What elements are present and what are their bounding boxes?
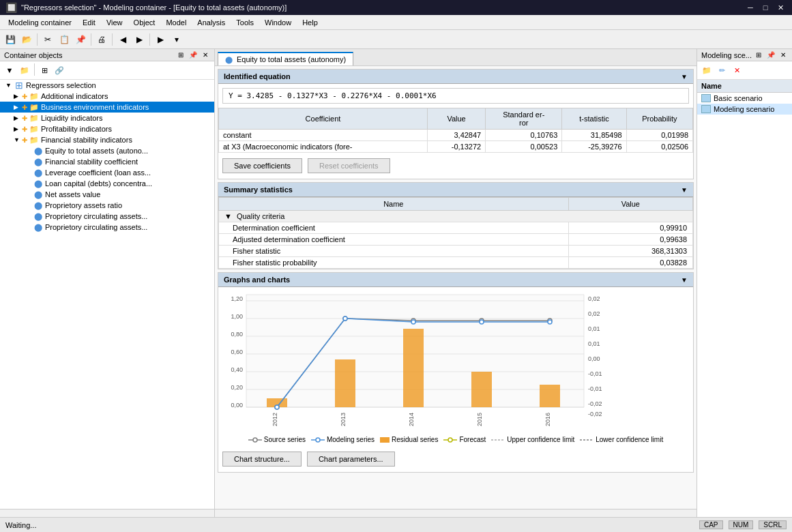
- coeff-name-1: constant: [219, 130, 428, 141]
- tree-profitability-indicators[interactable]: ▶ ✚ 📁 Profitability indicators: [0, 123, 214, 134]
- tree-prop-assets[interactable]: ⬤ Proprietory assets ratio: [0, 200, 214, 211]
- equation-table-wrapper[interactable]: Coefficient Value Standard er-ror t-stat…: [218, 108, 693, 153]
- tree-financial-stability[interactable]: ▼ ✚ 📁 Financial stability indicators: [0, 134, 214, 145]
- rp-folder-btn[interactable]: 📁: [700, 63, 714, 77]
- loan-label: Loan capital (debts) concentra...: [45, 179, 152, 188]
- tree-additional-indicators[interactable]: ▶ ✚ 📁 Additional indicators: [0, 91, 214, 102]
- left-panel-pin-btn[interactable]: 📌: [187, 50, 199, 59]
- toolbar-forward-btn[interactable]: ▶: [132, 32, 147, 47]
- rp-delete-btn[interactable]: ✕: [730, 63, 744, 77]
- toolbar-back-btn[interactable]: ◀: [115, 32, 130, 47]
- toolbar-print-btn[interactable]: 🖨: [94, 32, 109, 47]
- stats-table-wrapper[interactable]: Name Value ▼ Quality criteria: [218, 197, 693, 269]
- col-stderr: Standard er-ror: [486, 108, 562, 130]
- rp-close-btn[interactable]: ✕: [778, 50, 788, 59]
- stats-col-value: Value: [568, 198, 692, 211]
- left-toolbar-sep: [34, 63, 35, 76]
- coeff-val-1: 3,42847: [427, 130, 485, 141]
- legend-source: Source series: [248, 436, 306, 443]
- left-panel-close-btn[interactable]: ✕: [201, 50, 210, 59]
- close-button[interactable]: ✕: [774, 1, 787, 14]
- menu-object[interactable]: Object: [128, 17, 161, 28]
- toolbar-sep1: [37, 33, 38, 46]
- folder-business-icon: 📁: [29, 102, 40, 112]
- toolbar-save-btn[interactable]: 💾: [3, 32, 18, 47]
- tree-net-assets[interactable]: ⬤ Net assets value: [0, 189, 214, 200]
- tree-expand-root[interactable]: ▼: [5, 82, 14, 89]
- minimize-button[interactable]: ─: [744, 1, 757, 14]
- prop-assets-label: Proprietory assets ratio: [45, 201, 122, 209]
- tree-business-indicators[interactable]: ▶ ✚ 📁 Business environment indicators: [0, 102, 214, 113]
- filter-btn[interactable]: ▼: [3, 63, 16, 77]
- scenario-basic[interactable]: Basic scenario: [697, 93, 792, 104]
- tree-root[interactable]: ▼ ⊞ Regressors selection: [0, 80, 214, 91]
- plus-icon-financial: ✚: [22, 136, 27, 144]
- rp-pin-btn[interactable]: 📌: [765, 50, 777, 59]
- folder-btn[interactable]: 📁: [18, 63, 31, 77]
- menu-view[interactable]: View: [101, 17, 128, 28]
- menu-modeling-container[interactable]: Modeling container: [3, 17, 77, 28]
- toolbar-dropdown-btn[interactable]: ▾: [169, 32, 184, 47]
- stats-toggle[interactable]: ▼: [681, 186, 688, 194]
- tree-liquidity-indicators[interactable]: ▶ ✚ 📁 Liquidity indicators: [0, 113, 214, 123]
- right-panel-title: Modeling sce...: [701, 51, 752, 59]
- left-panel-float-btn[interactable]: ⊞: [176, 50, 186, 59]
- menu-help[interactable]: Help: [297, 17, 323, 28]
- tree-financial-stab-coeff[interactable]: ⬤ Financial stability coefficient: [0, 156, 214, 167]
- menu-edit[interactable]: Edit: [77, 17, 101, 28]
- table-row: Determination coefficient 0,99910: [219, 222, 693, 234]
- chart-btn-bar: Chart structure... Chart parameters...: [218, 446, 693, 472]
- tree-loan-capital[interactable]: ⬤ Loan capital (debts) concentra...: [0, 178, 214, 189]
- save-coefficients-btn[interactable]: Save coefficients: [222, 158, 302, 173]
- expand-additional[interactable]: ▶: [14, 93, 22, 100]
- expand-profitability[interactable]: ▶: [14, 125, 22, 132]
- menu-model[interactable]: Model: [160, 17, 192, 28]
- tab-equity[interactable]: ⬤ Equity to total assets (autonomy): [218, 52, 353, 65]
- maximize-button[interactable]: □: [759, 1, 772, 14]
- legend-residual: Residual series: [380, 436, 438, 443]
- reset-coefficients-btn[interactable]: Reset coefficients: [308, 158, 390, 173]
- summary-stats-title: Summary statistics: [224, 186, 293, 194]
- expand-financial[interactable]: ▼: [14, 136, 22, 143]
- fsc-label: Financial stability coefficient: [45, 158, 138, 166]
- legend-forecast-label: Forecast: [459, 436, 486, 443]
- content-scroll[interactable]: Identified equation ▼ Y = 3.4285 - 0.132…: [215, 66, 696, 509]
- cap-indicator: CAP: [699, 520, 723, 529]
- view-btn[interactable]: ⊞: [38, 63, 51, 77]
- toolbar-open-btn[interactable]: 📂: [19, 32, 34, 47]
- legend-upper: Upper confidence limit: [491, 436, 574, 443]
- tree-prop-circ2[interactable]: ⬤ Proprietory circulating assets...: [0, 222, 214, 233]
- title-text: "Regressors selection" - Modeling contai…: [21, 3, 287, 12]
- content-scrollbar[interactable]: [215, 509, 696, 517]
- tree-prop-circ1[interactable]: ⬤ Proprietory circulating assets...: [0, 211, 214, 222]
- toolbar-copy-btn[interactable]: 📋: [57, 32, 72, 47]
- rp-float-btn[interactable]: ⊞: [754, 50, 763, 59]
- chart-structure-btn[interactable]: Chart structure...: [222, 452, 302, 467]
- menu-window[interactable]: Window: [259, 17, 297, 28]
- tree-equity[interactable]: ⬤ Equity to total assets (autono...: [0, 145, 214, 156]
- rp-edit-btn[interactable]: ✏: [715, 63, 729, 77]
- rp-col-label: Name: [701, 82, 722, 90]
- chart-toggle[interactable]: ▼: [681, 276, 688, 284]
- toolbar-cut-btn[interactable]: ✂: [40, 32, 55, 47]
- toolbar-run-btn[interactable]: ▶: [153, 32, 168, 47]
- stat-name-3: Fisher statistic: [219, 246, 569, 257]
- legend-lower-label: Lower confidence limit: [596, 436, 663, 443]
- chart-parameters-btn[interactable]: Chart parameters...: [307, 452, 395, 467]
- expand-business[interactable]: ▶: [14, 104, 22, 110]
- group-btn[interactable]: 🔗: [53, 63, 66, 77]
- menu-analysis[interactable]: Analysis: [192, 17, 231, 28]
- equation-toggle[interactable]: ▼: [681, 73, 688, 80]
- tree-leverage[interactable]: ⬤ Leverage coefficient (loan ass...: [0, 167, 214, 178]
- scenario-modeling[interactable]: Modeling scenario: [697, 104, 792, 115]
- menu-tools[interactable]: Tools: [231, 17, 259, 28]
- svg-text:0,20: 0,20: [231, 384, 243, 391]
- svg-text:2013: 2013: [340, 413, 347, 426]
- legend-upper-icon: [491, 437, 505, 443]
- left-panel-scrollbar[interactable]: [0, 509, 214, 517]
- expand-liquidity[interactable]: ▶: [14, 115, 22, 121]
- svg-text:2015: 2015: [476, 413, 483, 426]
- chart-svg: 1,20 1,00 0,80 0,60 0,40 0,20 0,00 0,02 …: [222, 291, 604, 428]
- legend-modeling: Modeling series: [311, 436, 375, 443]
- toolbar-paste-btn[interactable]: 📌: [73, 32, 88, 47]
